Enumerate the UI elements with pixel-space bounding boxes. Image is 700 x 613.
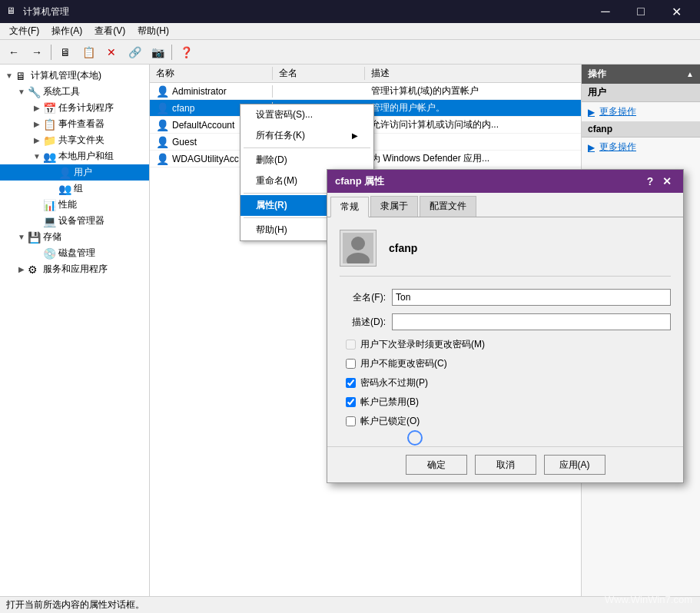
apply-button[interactable]: 应用(A)	[544, 455, 605, 475]
checkbox-row-2: 密码永不过期(P)	[340, 376, 671, 389]
checkbox-account-disabled-label[interactable]: 帐户已禁用(B)	[360, 396, 419, 409]
dialog-help-button[interactable]: ?	[642, 173, 659, 190]
dialog-footer: 确定 取消 应用(A)	[327, 446, 683, 482]
svg-point-1	[351, 237, 365, 250]
checkbox-must-change-pwd-label[interactable]: 用户下次登录时须更改密码(M)	[360, 338, 485, 351]
desc-row: 描述(D):	[340, 313, 671, 330]
checkbox-account-disabled[interactable]	[346, 397, 356, 407]
fullname-label: 全名(F):	[340, 291, 386, 304]
dialog-overlay: cfanp 属性 ? ✕ 常规 隶属于 配置文件	[0, 0, 700, 613]
user-header: cfanp	[340, 230, 671, 277]
user-avatar	[340, 230, 377, 267]
dialog-body: cfanp 全名(F): 描述(D): 用户下次登录时须更改密码(M)	[327, 217, 683, 446]
checkbox-cannot-change-pwd-label[interactable]: 用户不能更改密码(C)	[360, 357, 447, 370]
checkbox-pwd-never-expires-label[interactable]: 密码永不过期(P)	[360, 376, 428, 389]
checkbox-cannot-change-pwd[interactable]	[346, 359, 356, 369]
desc-label: 描述(D):	[340, 316, 386, 329]
cfanp-properties-dialog: cfanp 属性 ? ✕ 常规 隶属于 配置文件	[327, 169, 684, 483]
desc-input[interactable]	[392, 313, 671, 330]
checkbox-pwd-never-expires[interactable]	[346, 378, 356, 388]
dialog-close-button[interactable]: ✕	[659, 173, 675, 190]
watermark: Www.WinWin7.com	[605, 594, 692, 605]
checkbox-account-locked-label[interactable]: 帐户已锁定(O)	[360, 415, 420, 428]
tab-member-of[interactable]: 隶属于	[370, 196, 418, 217]
checkbox-must-change-pwd[interactable]	[346, 340, 356, 350]
user-avatar-image	[343, 233, 373, 263]
dialog-title-bar: cfanp 属性 ? ✕	[327, 170, 683, 193]
checkbox-row-4: 帐户已锁定(O)	[340, 415, 671, 428]
ok-button[interactable]: 确定	[406, 455, 467, 475]
tab-general[interactable]: 常规	[330, 197, 369, 217]
checkbox-account-locked[interactable]	[346, 416, 356, 426]
checkbox-row-1: 用户不能更改密码(C)	[340, 357, 671, 370]
dialog-user-name: cfanp	[389, 242, 417, 254]
fullname-input[interactable]	[392, 289, 671, 306]
fullname-row: 全名(F):	[340, 289, 671, 306]
cancel-button[interactable]: 取消	[475, 455, 536, 475]
checkbox-row-0: 用户下次登录时须更改密码(M)	[340, 338, 671, 351]
checkbox-row-3: 帐户已禁用(B)	[340, 396, 671, 409]
dialog-title: cfanp 属性	[335, 174, 642, 188]
tab-profile[interactable]: 配置文件	[420, 196, 476, 217]
dialog-tabs: 常规 隶属于 配置文件	[327, 193, 683, 217]
